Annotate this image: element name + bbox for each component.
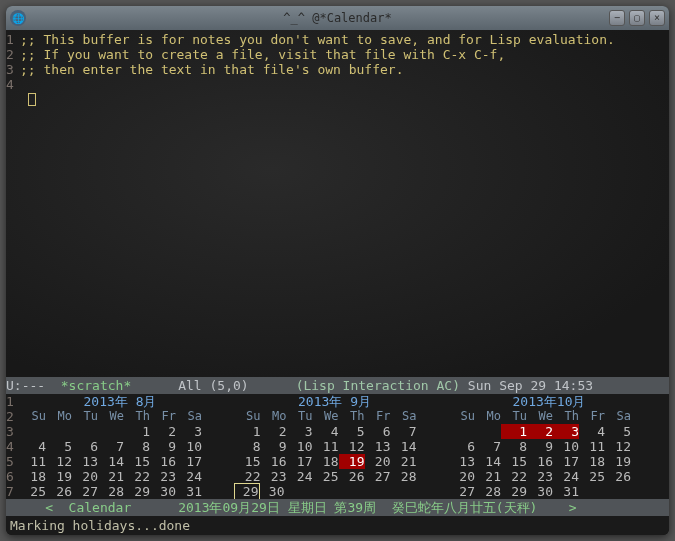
calendar-day[interactable]: 25 (20, 484, 46, 499)
calendar-day[interactable]: 15 (124, 454, 150, 469)
calendar-day[interactable]: 17 (287, 454, 313, 469)
modeline-scratch[interactable]: U:--- *scratch* All (5,0) (Lisp Interact… (6, 377, 669, 394)
calendar-day[interactable]: 22 (235, 469, 261, 484)
calendar-day[interactable]: 10 (553, 439, 579, 454)
calendar-day[interactable]: 21 (98, 469, 124, 484)
calendar-day[interactable]: 24 (287, 469, 313, 484)
calendar-day[interactable]: 9 (261, 439, 287, 454)
calendar-day[interactable]: 29 (124, 484, 150, 499)
calendar-day[interactable]: 29 (234, 483, 260, 500)
calendar-day[interactable]: 25 (579, 469, 605, 484)
calendar-day[interactable]: 12 (339, 439, 365, 454)
calendar-day[interactable]: 19 (46, 469, 72, 484)
calendar-day[interactable]: 1 (501, 424, 527, 439)
calendar-day[interactable]: 3 (553, 424, 579, 439)
calendar-day[interactable]: 3 (287, 424, 313, 439)
calendar-day[interactable]: 20 (365, 454, 391, 469)
calendar-buffer[interactable]: 12013年 8月2013年 9月2013年10月2SuMoTuWeThFrSa… (6, 394, 669, 499)
calendar-day[interactable]: 12 (605, 439, 631, 454)
calendar-day[interactable]: 12 (46, 454, 72, 469)
calendar-day[interactable]: 16 (527, 454, 553, 469)
calendar-day[interactable]: 22 (124, 469, 150, 484)
calendar-day[interactable]: 30 (527, 484, 553, 499)
calendar-day[interactable]: 21 (391, 454, 417, 469)
calendar-day[interactable]: 13 (365, 439, 391, 454)
calendar-day[interactable]: 6 (365, 424, 391, 439)
calendar-day[interactable]: 5 (46, 439, 72, 454)
calendar-day[interactable]: 5 (605, 424, 631, 439)
close-button[interactable]: × (649, 10, 665, 26)
calendar-day[interactable]: 6 (72, 439, 98, 454)
calendar-day[interactable]: 14 (391, 439, 417, 454)
calendar-day[interactable]: 29 (501, 484, 527, 499)
calendar-day[interactable]: 18 (20, 469, 46, 484)
calendar-day[interactable]: 20 (72, 469, 98, 484)
calendar-day[interactable]: 14 (475, 454, 501, 469)
calendar-day[interactable]: 2 (150, 424, 176, 439)
calendar-day[interactable]: 30 (259, 484, 285, 499)
calendar-day[interactable]: 13 (449, 454, 475, 469)
calendar-day[interactable]: 30 (150, 484, 176, 499)
calendar-day[interactable]: 26 (46, 484, 72, 499)
calendar-day[interactable]: 7 (391, 424, 417, 439)
calendar-day[interactable]: 8 (501, 439, 527, 454)
calendar-day[interactable]: 11 (20, 454, 46, 469)
calendar-day[interactable]: 15 (235, 454, 261, 469)
calendar-day[interactable]: 23 (261, 469, 287, 484)
calendar-day[interactable]: 24 (553, 469, 579, 484)
calendar-day[interactable]: 27 (72, 484, 98, 499)
calendar-day[interactable]: 6 (449, 439, 475, 454)
calendar-day[interactable]: 19 (339, 454, 365, 469)
calendar-day[interactable]: 10 (287, 439, 313, 454)
calendar-day[interactable]: 4 (313, 424, 339, 439)
calendar-day[interactable]: 8 (124, 439, 150, 454)
calendar-day[interactable]: 14 (98, 454, 124, 469)
calendar-day[interactable]: 8 (235, 439, 261, 454)
calendar-day[interactable]: 31 (176, 484, 202, 499)
calendar-day[interactable]: 26 (339, 469, 365, 484)
calendar-day[interactable]: 19 (605, 454, 631, 469)
calendar-day[interactable]: 13 (72, 454, 98, 469)
calendar-day[interactable]: 26 (605, 469, 631, 484)
minimize-button[interactable]: − (609, 10, 625, 26)
calendar-day[interactable]: 16 (261, 454, 287, 469)
calendar-day[interactable]: 7 (475, 439, 501, 454)
calendar-day[interactable]: 3 (176, 424, 202, 439)
calendar-day[interactable]: 15 (501, 454, 527, 469)
calendar-day[interactable]: 16 (150, 454, 176, 469)
calendar-day[interactable]: 9 (527, 439, 553, 454)
calendar-day[interactable]: 10 (176, 439, 202, 454)
calendar-day[interactable]: 20 (449, 469, 475, 484)
calendar-day[interactable]: 4 (579, 424, 605, 439)
calendar-day[interactable]: 2 (527, 424, 553, 439)
calendar-day[interactable]: 28 (475, 484, 501, 499)
calendar-day[interactable]: 1 (235, 424, 261, 439)
calendar-day[interactable]: 1 (124, 424, 150, 439)
scratch-buffer[interactable]: 1;; This buffer is for notes you don't w… (6, 30, 669, 377)
calendar-day[interactable]: 23 (527, 469, 553, 484)
calendar-day[interactable]: 22 (501, 469, 527, 484)
calendar-day[interactable]: 27 (449, 484, 475, 499)
calendar-day[interactable]: 18 (313, 454, 339, 469)
calendar-day[interactable]: 28 (391, 469, 417, 484)
calendar-day[interactable]: 21 (475, 469, 501, 484)
calendar-day[interactable]: 4 (20, 439, 46, 454)
calendar-day[interactable]: 11 (579, 439, 605, 454)
calendar-day[interactable]: 27 (365, 469, 391, 484)
calendar-day[interactable]: 9 (150, 439, 176, 454)
calendar-day[interactable]: 24 (176, 469, 202, 484)
calendar-day[interactable]: 17 (553, 454, 579, 469)
window-titlebar[interactable]: 🌐 ^_^ @*Calendar* − ▢ × (6, 6, 669, 30)
calendar-day[interactable]: 11 (313, 439, 339, 454)
calendar-day[interactable]: 23 (150, 469, 176, 484)
calendar-day[interactable]: 7 (98, 439, 124, 454)
calendar-day[interactable]: 18 (579, 454, 605, 469)
calendar-day[interactable]: 31 (553, 484, 579, 499)
calendar-day[interactable]: 25 (313, 469, 339, 484)
calendar-day[interactable]: 2 (261, 424, 287, 439)
calendar-day[interactable]: 28 (98, 484, 124, 499)
calendar-day[interactable]: 5 (339, 424, 365, 439)
modeline-calendar[interactable]: < Calendar 2013年09月29日 星期日 第39周 癸巳蛇年八月廿五… (6, 499, 669, 516)
maximize-button[interactable]: ▢ (629, 10, 645, 26)
calendar-day[interactable]: 17 (176, 454, 202, 469)
